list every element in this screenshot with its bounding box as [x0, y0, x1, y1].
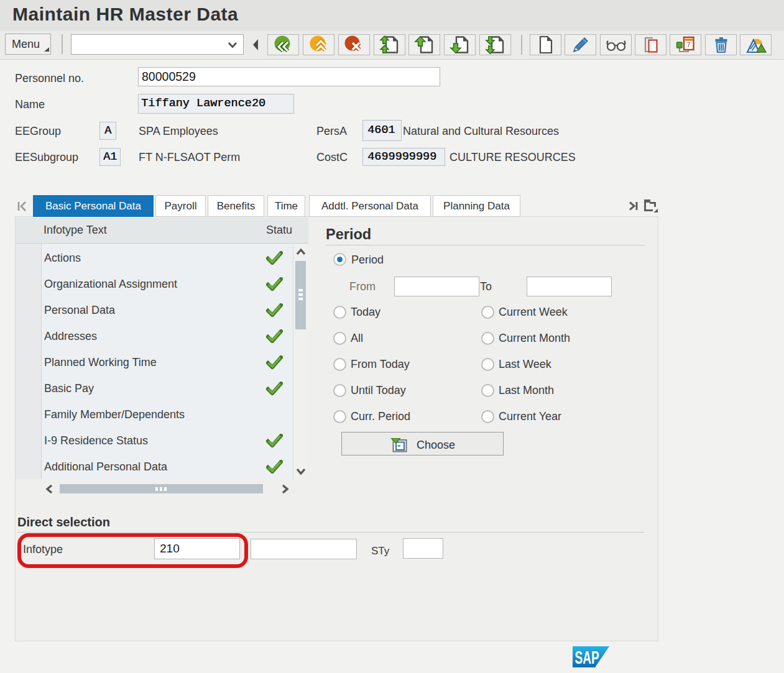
svg-text:7: 7 — [686, 41, 690, 48]
svg-text:SAP: SAP — [575, 648, 599, 667]
